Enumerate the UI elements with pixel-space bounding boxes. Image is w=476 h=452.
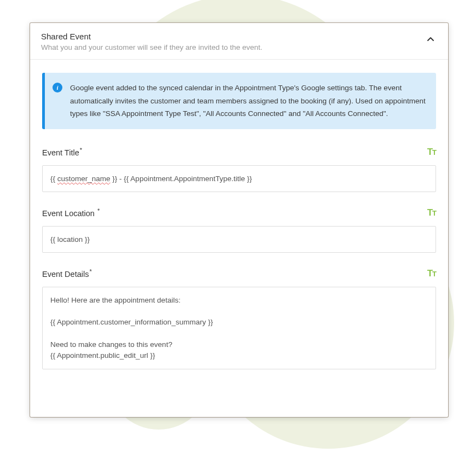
info-icon: i [53, 83, 62, 92]
event-details-input[interactable]: Hello! Here are the appointment details:… [42, 287, 436, 370]
chevron-up-icon [426, 35, 435, 44]
field-event-title: Event Title* TT {{ customer_name }} - {{… [42, 147, 436, 192]
panel-title: Shared Event [41, 32, 262, 41]
event-location-input[interactable]: {{ location }} [42, 226, 436, 253]
event-details-label: Event Details* [42, 268, 92, 279]
event-title-input[interactable]: {{ customer_name }} - {{ Appointment.App… [42, 165, 436, 192]
panel-header: Shared Event What you and your customer … [30, 23, 448, 60]
field-event-details: Event Details* TT Hello! Here are the ap… [42, 268, 436, 370]
panel-subtitle: What you and your customer will see if t… [41, 43, 262, 51]
text-format-icon[interactable]: TT [427, 268, 436, 279]
panel-header-text: Shared Event What you and your customer … [41, 32, 262, 51]
field-header: Event Location * TT [42, 207, 436, 218]
text-format-icon[interactable]: TT [427, 147, 436, 158]
panel-body: i Google event added to the synced calen… [30, 60, 448, 398]
collapse-toggle[interactable] [424, 33, 437, 46]
event-title-label: Event Title* [42, 147, 82, 157]
text-format-icon[interactable]: TT [427, 207, 436, 218]
info-callout: i Google event added to the synced calen… [42, 73, 436, 129]
event-location-label: Event Location * [42, 207, 100, 218]
field-header: Event Title* TT [42, 147, 436, 158]
spellcheck-marked-text: customer_name [57, 175, 111, 183]
info-text: Google event added to the synced calenda… [70, 82, 426, 120]
field-event-location: Event Location * TT {{ location }} [42, 207, 436, 253]
shared-event-panel: Shared Event What you and your customer … [30, 23, 448, 417]
field-header: Event Details* TT [42, 268, 436, 279]
